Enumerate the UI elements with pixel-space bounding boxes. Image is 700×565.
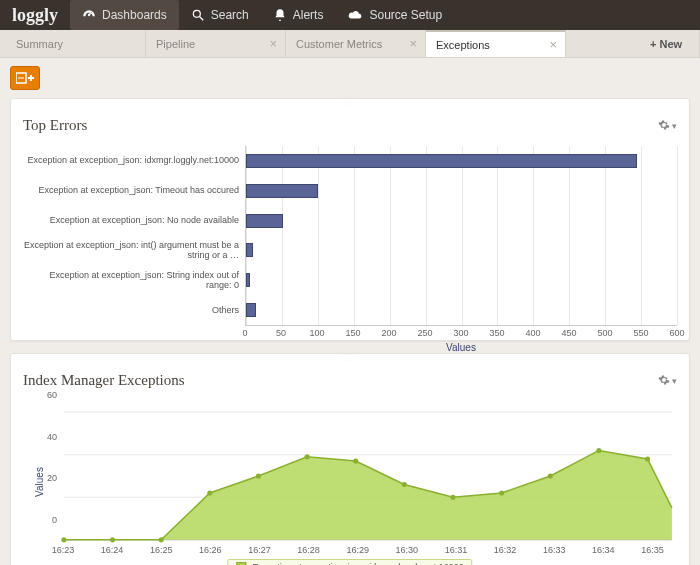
svg-point-17 (353, 459, 358, 464)
tab-new[interactable]: + New (640, 30, 700, 57)
bar-category-label: Exception at exception_json: idxmgr.logg… (23, 146, 245, 176)
x-tick: 50 (276, 328, 286, 338)
svg-line-1 (199, 17, 203, 21)
tab-label: Summary (16, 38, 63, 50)
bar-rect[interactable] (246, 273, 250, 287)
nav-search[interactable]: Search (179, 0, 261, 30)
svg-point-14 (207, 490, 212, 495)
panel-settings-button[interactable]: ▾ (658, 373, 677, 389)
dashboard-tabs: SummaryPipeline×Customer Metrics×Excepti… (0, 30, 700, 58)
nav-dashboards[interactable]: Dashboards (70, 0, 179, 30)
bar-category-label: Others (23, 296, 245, 326)
bar-rect[interactable] (246, 184, 318, 198)
x-tick: 400 (525, 328, 540, 338)
x-tick: 300 (453, 328, 468, 338)
cloud-icon (347, 8, 363, 22)
search-icon (191, 8, 205, 22)
x-tick: 16:35 (641, 545, 664, 555)
x-tick: 250 (417, 328, 432, 338)
tab-label: Pipeline (156, 38, 195, 50)
svg-point-23 (645, 456, 650, 461)
x-tick: 0 (242, 328, 247, 338)
dashboard-toolbar (0, 58, 700, 98)
tab-customer-metrics[interactable]: Customer Metrics× (286, 30, 426, 57)
x-tick: 16:24 (101, 545, 124, 555)
drag-handle[interactable]: :::: (11, 354, 689, 364)
panel-settings-button[interactable]: ▾ (658, 118, 677, 134)
x-tick: 16:34 (592, 545, 615, 555)
x-tick: 550 (633, 328, 648, 338)
bar-category-label: Exception at exception_json: Timeout has… (23, 176, 245, 206)
nav-label: Dashboards (102, 8, 167, 22)
x-tick: 16:33 (543, 545, 566, 555)
bar-category-label: Exception at exception_json: int() argum… (23, 236, 245, 266)
panel-top-errors: :::: Top Errors ▾ Exception at exception… (10, 98, 690, 341)
caret-down-icon: ▾ (672, 376, 677, 386)
tab-pipeline[interactable]: Pipeline× (146, 30, 286, 57)
x-tick: 600 (669, 328, 684, 338)
tab-summary[interactable]: Summary (6, 30, 146, 57)
panel-title: Top Errors (23, 117, 87, 134)
svg-point-22 (596, 448, 601, 453)
x-tick: 16:25 (150, 545, 173, 555)
bar-category-label: Exception at exception_json: String inde… (23, 266, 245, 296)
close-icon[interactable]: × (269, 36, 277, 51)
x-tick: 16:32 (494, 545, 517, 555)
bar-rect[interactable] (246, 154, 637, 168)
svg-point-13 (159, 537, 164, 542)
tab-exceptions[interactable]: Exceptions× (426, 30, 566, 57)
svg-point-18 (402, 482, 407, 487)
svg-point-16 (305, 454, 310, 459)
x-tick: 350 (489, 328, 504, 338)
tab-label: Exceptions (436, 39, 490, 51)
add-widget-button[interactable] (10, 66, 40, 90)
top-nav: loggly DashboardsSearchAlertsSource Setu… (0, 0, 700, 30)
x-tick: 16:23 (52, 545, 75, 555)
bell-icon (273, 8, 287, 22)
panel-index-manager-exceptions: :::: Index Manager Exceptions ▾ Values 0… (10, 353, 690, 565)
drag-handle[interactable]: :::: (11, 99, 689, 109)
svg-point-0 (193, 10, 200, 17)
close-icon[interactable]: × (409, 36, 417, 51)
gauge-icon (82, 8, 96, 22)
svg-point-21 (548, 473, 553, 478)
x-tick: 16:29 (346, 545, 369, 555)
svg-point-11 (61, 537, 66, 542)
nav-source-setup[interactable]: Source Setup (335, 0, 454, 30)
gear-icon (658, 118, 670, 134)
svg-point-20 (499, 490, 504, 495)
gear-icon (658, 373, 670, 389)
nav-label: Search (211, 8, 249, 22)
svg-point-15 (256, 473, 261, 478)
svg-point-19 (450, 495, 455, 500)
bar-chart-xlabel: Values (245, 342, 677, 353)
nav-label: Alerts (293, 8, 324, 22)
area-chart-legend[interactable]: Exception at exception_json: idxmgr.logg… (227, 559, 472, 565)
area-chart: Values 0204060 16:2316:2416:2516:2616:27… (23, 407, 677, 557)
x-tick: 16:28 (297, 545, 320, 555)
x-tick: 16:30 (396, 545, 419, 555)
x-tick: 16:31 (445, 545, 468, 555)
brand-logo: loggly (0, 0, 70, 30)
bar-rect[interactable] (246, 243, 253, 257)
x-tick: 16:27 (248, 545, 271, 555)
caret-down-icon: ▾ (672, 121, 677, 131)
x-tick: 150 (345, 328, 360, 338)
y-tick: 60 (47, 390, 57, 400)
x-tick: 200 (381, 328, 396, 338)
panel-title: Index Manager Exceptions (23, 372, 185, 389)
bar-rect[interactable] (246, 214, 283, 228)
bar-chart: Exception at exception_json: idxmgr.logg… (23, 146, 677, 326)
x-tick: 450 (561, 328, 576, 338)
x-tick: 100 (309, 328, 324, 338)
svg-point-12 (110, 537, 115, 542)
nav-alerts[interactable]: Alerts (261, 0, 336, 30)
bar-rect[interactable] (246, 303, 256, 317)
x-tick: 16:26 (199, 545, 222, 555)
nav-label: Source Setup (369, 8, 442, 22)
bar-category-label: Exception at exception_json: No node ava… (23, 206, 245, 236)
x-tick: 500 (597, 328, 612, 338)
close-icon[interactable]: × (549, 37, 557, 52)
tab-label: Customer Metrics (296, 38, 382, 50)
